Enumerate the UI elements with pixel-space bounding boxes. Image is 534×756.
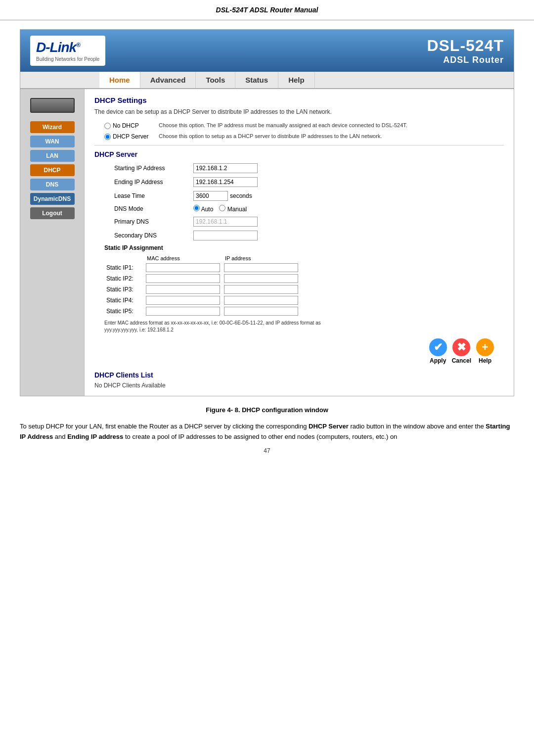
dns-mode-group: Auto Manual [193, 205, 247, 213]
dhcp-server-radio[interactable] [104, 134, 111, 140]
apply-button[interactable]: ✔ Apply [429, 338, 447, 364]
static-ip5-mac[interactable] [146, 307, 220, 316]
no-dhcp-row: No DHCP Choose this option. The IP addre… [94, 122, 504, 129]
nav-status[interactable]: Status [235, 72, 278, 88]
nav-advanced[interactable]: Advanced [140, 72, 196, 88]
main-content: DHCP Settings The device can be setup as… [85, 89, 514, 396]
static-ip5-label: Static IP5: [104, 306, 144, 317]
dns-auto-radio[interactable] [193, 205, 200, 211]
starting-ip-row: Starting IP Address [94, 163, 504, 173]
cancel-icon: ✖ [452, 338, 470, 356]
lease-time-input[interactable] [193, 191, 228, 201]
starting-ip-label: Starting IP Address [114, 165, 193, 172]
static-ip5-ip[interactable] [224, 307, 298, 316]
help-icon: + [476, 338, 494, 356]
static-ip-row-4: Static IP4: [104, 295, 300, 306]
router-ui-frame: D-Link® Building Networks for People DSL… [20, 29, 514, 396]
figure-caption: Figure 4- 8. DHCP configuration window [0, 406, 534, 414]
static-ip-table: MAC address IP address Static IP1: Stati… [104, 254, 300, 317]
page-number: 47 [0, 447, 534, 454]
col-empty [104, 254, 144, 262]
sidebar-btn-dhcp[interactable]: DHCP [30, 164, 75, 176]
nav-bar: Home Advanced Tools Status Help [20, 72, 514, 89]
lease-time-row: Lease Time seconds [94, 191, 504, 201]
logo-area: D-Link® Building Networks for People [30, 36, 105, 66]
lease-time-unit: seconds [230, 192, 252, 199]
dhcp-server-section-title: DHCP Server [94, 150, 504, 158]
page-title: DSL-524T ADSL Router Manual [0, 0, 534, 20]
primary-dns-row: Primary DNS [94, 217, 504, 227]
content-wrapper: Wizard WAN LAN DHCP DNS DynamicDNS Logou… [20, 89, 514, 396]
product-title: DSL-524T ADSL Router [427, 37, 504, 65]
starting-ip-input[interactable] [193, 163, 258, 173]
static-ip-section: Static IP Assignment MAC address IP addr… [94, 244, 504, 317]
device-icon-area [20, 94, 84, 119]
body-text: To setup DHCP for your LAN, first enable… [20, 422, 514, 442]
format-hint: Enter MAC address format as xx-xx-xx-xx-… [94, 320, 504, 333]
no-dhcp-radio[interactable] [104, 123, 111, 129]
sidebar-btn-lan[interactable]: LAN [30, 150, 75, 162]
sidebar-btn-dynamicdns[interactable]: DynamicDNS [30, 193, 75, 205]
apply-icon: ✔ [429, 338, 447, 356]
dns-auto-label[interactable]: Auto [193, 205, 213, 213]
static-ip2-label: Static IP2: [104, 273, 144, 284]
product-type: ADSL Router [427, 55, 504, 65]
static-ip-row-2: Static IP2: [104, 273, 300, 284]
help-button[interactable]: + Help [476, 338, 494, 364]
dhcp-clients-title: DHCP Clients List [94, 371, 504, 379]
sidebar-btn-wan[interactable]: WAN [30, 136, 75, 147]
header: D-Link® Building Networks for People DSL… [20, 30, 514, 72]
sidebar-btn-logout[interactable]: Logout [30, 207, 75, 219]
static-ip1-mac[interactable] [146, 263, 220, 272]
action-buttons: ✔ Apply ✖ Cancel + Help [94, 338, 504, 364]
product-model: DSL-524T [427, 37, 504, 55]
static-ip1-label: Static IP1: [104, 262, 144, 273]
static-ip2-ip[interactable] [224, 274, 298, 283]
dlink-logo: D-Link® [36, 40, 99, 55]
dhcp-intro-text: The device can be setup as a DHCP Server… [94, 108, 504, 115]
static-ip4-label: Static IP4: [104, 295, 144, 306]
lease-time-label: Lease Time [114, 192, 193, 199]
dhcp-server-desc: Choose this option to setup as a DHCP se… [159, 133, 504, 139]
ending-ip-row: Ending IP Address [94, 177, 504, 187]
dns-manual-label[interactable]: Manual [219, 205, 247, 213]
cancel-button[interactable]: ✖ Cancel [452, 338, 471, 364]
static-ip3-ip[interactable] [224, 285, 298, 294]
primary-dns-label: Primary DNS [114, 218, 193, 225]
nav-tools[interactable]: Tools [196, 72, 235, 88]
static-ip3-label: Static IP3: [104, 284, 144, 295]
static-ip1-ip[interactable] [224, 263, 298, 272]
static-ip-row-1: Static IP1: [104, 262, 300, 273]
sidebar: Wizard WAN LAN DHCP DNS DynamicDNS Logou… [20, 89, 85, 396]
no-dhcp-label[interactable]: No DHCP [104, 122, 159, 129]
col-mac: MAC address [144, 254, 222, 262]
static-ip-row-3: Static IP3: [104, 284, 300, 295]
dns-mode-label: DNS Mode [114, 205, 193, 212]
static-ip-title: Static IP Assignment [104, 244, 504, 251]
secondary-dns-row: Secondary DNS [94, 231, 504, 240]
dns-mode-row: DNS Mode Auto Manual [94, 205, 504, 213]
secondary-dns-label: Secondary DNS [114, 232, 193, 239]
nav-home[interactable]: Home [99, 72, 140, 88]
primary-dns-input[interactable] [193, 217, 258, 227]
dhcp-settings-title: DHCP Settings [94, 96, 504, 104]
dhcp-server-row: DHCP Server Choose this option to setup … [94, 133, 504, 140]
secondary-dns-input[interactable] [193, 231, 258, 240]
no-clients-text: No DHCP Clients Available [94, 382, 504, 389]
static-ip3-mac[interactable] [146, 285, 220, 294]
sidebar-btn-dns[interactable]: DNS [30, 179, 75, 190]
dns-manual-radio[interactable] [219, 205, 225, 211]
dhcp-server-label[interactable]: DHCP Server [104, 133, 159, 140]
logo-subtitle: Building Networks for People [36, 56, 99, 62]
ending-ip-label: Ending IP Address [114, 179, 193, 186]
static-ip4-ip[interactable] [224, 296, 298, 305]
ending-ip-input[interactable] [193, 177, 258, 187]
static-ip2-mac[interactable] [146, 274, 220, 283]
no-dhcp-desc: Choose this option. The IP address must … [159, 122, 504, 128]
nav-help[interactable]: Help [278, 72, 315, 88]
col-ip: IP address [222, 254, 300, 262]
device-image [30, 98, 75, 113]
static-ip4-mac[interactable] [146, 296, 220, 305]
static-ip-row-5: Static IP5: [104, 306, 300, 317]
sidebar-btn-wizard[interactable]: Wizard [30, 121, 75, 133]
